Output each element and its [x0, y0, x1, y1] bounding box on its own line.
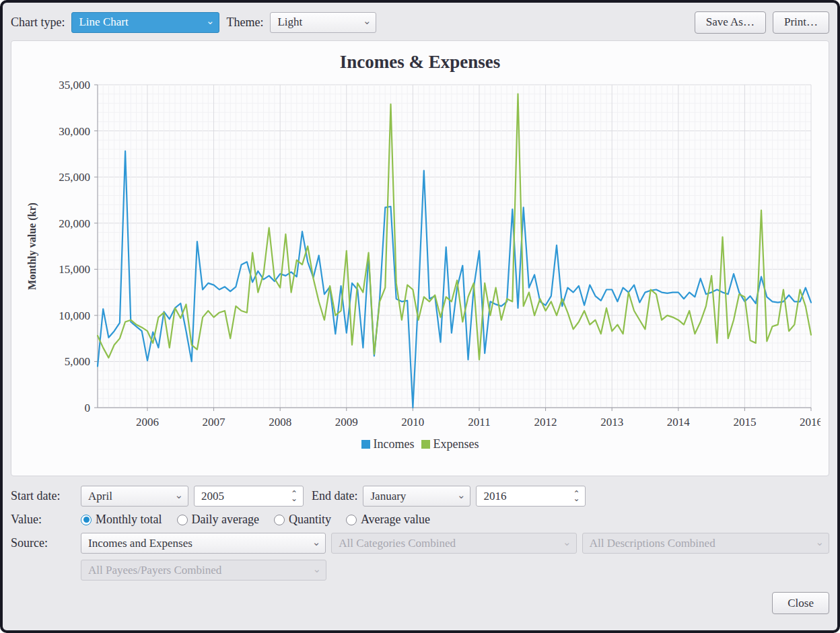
svg-text:20,000: 20,000	[59, 217, 90, 230]
chevron-down-icon: ⌄	[815, 537, 824, 548]
start-month-select[interactable]: April ⌄	[81, 486, 188, 507]
legend-item-expenses: Expenses	[421, 437, 479, 451]
source-row: Source: Incomes and Expenses ⌄ All Categ…	[11, 533, 829, 554]
start-year-spinner[interactable]: 2005 ⌃⌄	[194, 486, 304, 507]
chevron-down-icon: ⌄	[363, 16, 372, 26]
controls-section: Start date: April ⌄ 2005 ⌃⌄ End date: Ja…	[11, 486, 829, 614]
start-month-value: April	[88, 490, 112, 503]
source-label: Source:	[11, 536, 75, 550]
chart-title: Incomes & Expenses	[340, 52, 501, 73]
start-date-label: Start date:	[11, 489, 75, 503]
svg-text:2012: 2012	[534, 416, 557, 429]
category-value: All Categories Combined	[339, 537, 456, 550]
svg-text:25,000: 25,000	[59, 171, 90, 184]
value-row: Value: Monthly total Daily average Quant…	[11, 513, 829, 527]
radio-icon	[177, 515, 188, 525]
spinner-arrows[interactable]: ⌃⌄	[573, 492, 580, 501]
chart-area: 05,00010,00015,00020,00025,00030,00035,0…	[20, 74, 820, 436]
save-as-button[interactable]: Save As…	[695, 11, 766, 34]
radio-monthly-total[interactable]: Monthly total	[81, 513, 162, 527]
decrement-icon[interactable]: ⌄	[573, 496, 580, 501]
svg-text:2006: 2006	[136, 416, 159, 429]
svg-text:2016: 2016	[800, 416, 820, 429]
chevron-down-icon: ⌄	[174, 490, 183, 500]
legend-label: Incomes	[374, 437, 415, 451]
end-date-label: End date:	[312, 489, 357, 503]
category-select: All Categories Combined ⌄	[331, 533, 576, 554]
description-select: All Descriptions Combined ⌄	[582, 533, 829, 554]
svg-text:2008: 2008	[269, 416, 291, 429]
radio-label: Quantity	[289, 513, 331, 527]
legend-item-incomes: Incomes	[361, 437, 415, 451]
chart-legend: Incomes Expenses	[361, 437, 479, 451]
radio-icon	[346, 515, 357, 525]
toolbar: Chart type: Line Chart ⌄ Theme: Light ⌄ …	[11, 9, 829, 35]
decrement-icon[interactable]: ⌄	[291, 496, 298, 501]
svg-text:2013: 2013	[600, 416, 623, 429]
chevron-down-icon: ⌄	[312, 564, 321, 574]
svg-text:Monthly value (kr): Monthly value (kr)	[26, 202, 38, 290]
print-button[interactable]: Print…	[773, 11, 829, 34]
chevron-down-icon: ⌄	[206, 16, 215, 26]
chart-svg: 05,00010,00015,00020,00025,00030,00035,0…	[20, 74, 820, 436]
chevron-down-icon: ⌄	[457, 490, 466, 500]
end-month-select[interactable]: January ⌄	[363, 486, 470, 507]
end-year-spinner[interactable]: 2016 ⌃⌄	[476, 486, 586, 507]
svg-text:2007: 2007	[203, 416, 226, 429]
radio-icon	[274, 515, 285, 525]
incomes-swatch-icon	[361, 440, 370, 449]
chevron-down-icon: ⌄	[563, 537, 571, 548]
svg-text:2014: 2014	[667, 416, 691, 429]
end-month-value: January	[370, 490, 406, 503]
chart-dialog-window: Chart type: Line Chart ⌄ Theme: Light ⌄ …	[0, 0, 840, 633]
theme-select[interactable]: Light ⌄	[270, 12, 376, 33]
expenses-swatch-icon	[421, 440, 430, 449]
radio-average-value[interactable]: Average value	[346, 513, 430, 527]
chevron-down-icon: ⌄	[312, 537, 321, 548]
svg-text:2011: 2011	[468, 416, 490, 429]
theme-label: Theme:	[226, 15, 263, 30]
value-label: Value:	[11, 513, 75, 527]
description-value: All Descriptions Combined	[590, 537, 715, 550]
chart-type-value: Line Chart	[79, 15, 128, 29]
chart-panel: Incomes & Expenses 05,00010,00015,00020,…	[11, 40, 829, 476]
close-button[interactable]: Close	[772, 592, 829, 614]
radio-label: Average value	[361, 513, 430, 527]
svg-text:30,000: 30,000	[59, 125, 90, 138]
theme-value: Light	[277, 15, 302, 29]
svg-text:2009: 2009	[335, 416, 358, 429]
spinner-arrows[interactable]: ⌃⌄	[291, 492, 298, 501]
radio-label: Daily average	[192, 513, 259, 527]
svg-text:2015: 2015	[733, 416, 756, 429]
end-year-value: 2016	[483, 490, 506, 503]
date-range-row: Start date: April ⌄ 2005 ⌃⌄ End date: Ja…	[11, 486, 829, 507]
payee-row: All Payees/Payers Combined ⌄	[11, 560, 829, 581]
svg-text:5,000: 5,000	[65, 355, 90, 368]
source-select[interactable]: Incomes and Expenses ⌄	[81, 533, 326, 554]
legend-label: Expenses	[433, 437, 479, 451]
chart-type-select[interactable]: Line Chart ⌄	[71, 12, 219, 33]
start-year-value: 2005	[201, 490, 224, 503]
payee-value: All Payees/Payers Combined	[88, 564, 221, 577]
svg-text:35,000: 35,000	[59, 79, 90, 91]
source-value: Incomes and Expenses	[88, 537, 193, 550]
radio-icon	[81, 515, 92, 525]
close-row: Close	[11, 592, 829, 614]
chart-type-label: Chart type:	[11, 15, 65, 30]
svg-text:15,000: 15,000	[59, 263, 90, 276]
svg-text:0: 0	[85, 402, 91, 414]
svg-text:10,000: 10,000	[59, 309, 90, 322]
radio-quantity[interactable]: Quantity	[274, 513, 331, 527]
payee-select: All Payees/Payers Combined ⌄	[81, 560, 326, 581]
radio-daily-average[interactable]: Daily average	[177, 513, 259, 527]
radio-label: Monthly total	[96, 513, 162, 527]
svg-text:2010: 2010	[401, 416, 424, 429]
